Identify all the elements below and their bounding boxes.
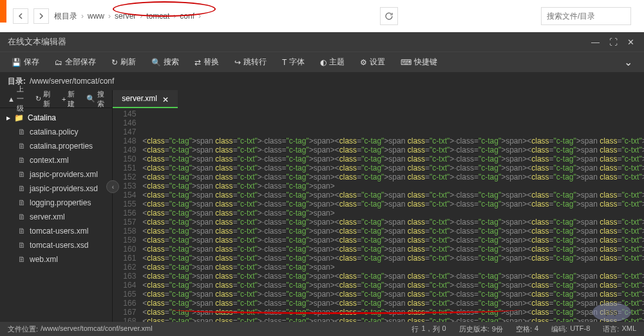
tree-file[interactable]: 🗎catalina.properties [0,139,112,153]
tree-file[interactable]: 🗎logging.properties [0,196,112,210]
code-content[interactable]: <class="c-tag">span class="c-txt">·class… [140,108,644,322]
refresh-button[interactable]: ↻刷新 [105,54,142,70]
gear-icon: ⚙ [360,58,367,67]
chevron-down-icon[interactable]: ⌄ [618,53,639,71]
code-editor[interactable]: 1451461471481491501511521531541551561571… [113,108,644,322]
forward-button[interactable] [33,8,49,24]
top-navigation-bar: 根目录 › www › server › tomcat › conf › [0,0,644,32]
refresh-icon: ↻ [35,95,41,103]
font-button[interactable]: T字体 [276,54,311,70]
file-icon: 🗎 [18,170,26,179]
back-button[interactable] [13,8,28,24]
refresh-button[interactable] [380,7,398,25]
shortcut-button[interactable]: ⌨快捷键 [394,54,444,70]
keyboard-icon: ⌨ [401,58,412,67]
tree-file[interactable]: 🗎catalina.policy [0,125,112,139]
plus-icon: + [62,95,66,103]
tree-file[interactable]: 🗎web.xml [0,252,112,266]
file-icon: 🗎 [18,241,26,250]
save-icon: 💾 [12,58,21,67]
file-icon: 🗎 [18,212,26,221]
tree-file[interactable]: 🗎server.xml [0,210,112,224]
status-encoding[interactable]: 编码: UTF-8 [551,324,590,334]
tree-file[interactable]: 🗎tomcat-users.xml [0,224,112,238]
maximize-icon[interactable]: ⛶ [609,37,618,46]
search-button[interactable]: 🔍搜索 [145,54,185,70]
file-icon: 🗎 [18,198,26,207]
status-cursor[interactable]: 行 1 ,列 0 [412,324,446,334]
file-icon: 🗎 [18,227,26,236]
minimize-icon[interactable]: — [591,37,600,46]
search-input[interactable] [541,7,631,25]
tree-file[interactable]: 🗎tomcat-users.xsd [0,238,112,252]
close-icon[interactable]: ✕ [627,37,636,46]
status-language[interactable]: 语言: XML [603,324,636,334]
path-value: /www/server/tomcat/conf [30,77,114,86]
theme-icon: ◐ [320,58,327,67]
replace-icon: ⇄ [194,58,201,67]
file-sidebar: ▲上一级 ↻刷新 +新建 🔍搜索 ▸ 📁 Catalina 🗎catalina.… [0,90,113,322]
up-icon: ▲ [8,95,15,103]
line-gutter: 1451461471481491501511521531541551561571… [113,108,140,322]
sidebar-refresh-button[interactable]: ↻刷新 [30,88,55,111]
file-icon: 🗎 [18,156,26,165]
editor-panel: ‹ server.xml ✕ 1451461471481491501511521… [113,90,644,322]
new-button[interactable]: +新建 [57,88,80,111]
file-tree: ▸ 📁 Catalina 🗎catalina.policy🗎catalina.p… [0,108,112,322]
replace-button[interactable]: ⇄替换 [188,54,225,70]
close-icon[interactable]: ✕ [162,95,169,102]
tree-file[interactable]: 🗎jaspic-providers.xml [0,167,112,182]
php-badge: php [592,303,631,322]
font-icon: T [282,58,287,67]
search-icon: 🔍 [86,95,95,103]
breadcrumb-item[interactable]: www [88,12,104,21]
theme-button[interactable]: ◐主题 [314,54,351,70]
save-button[interactable]: 💾保存 [5,54,46,70]
file-icon: 🗎 [18,255,26,264]
goto-button[interactable]: ↪跳转行 [228,54,273,70]
refresh-icon: ↻ [111,58,118,67]
search-icon: 🔍 [151,58,161,67]
file-icon: 🗎 [18,184,26,193]
folder-icon: 📁 [14,113,24,122]
tree-file[interactable]: 🗎context.xml [0,153,112,167]
status-file-path: /www/server/tomcat/conf/server.xml [41,324,153,334]
save-all-icon: 🗂 [55,58,62,67]
editor-toolbar: 💾保存 🗂全部保存 ↻刷新 🔍搜索 ⇄替换 ↪跳转行 T字体 ◐主题 ⚙设置 ⌨… [0,51,644,72]
file-icon: 🗎 [18,127,26,136]
save-all-button[interactable]: 🗂全部保存 [48,54,102,70]
breadcrumb-item[interactable]: conf [180,12,194,21]
breadcrumb-item[interactable]: tomcat [146,12,169,21]
tree-file[interactable]: 🗎jaspic-providers.xsd [0,182,112,196]
editor-title: 在线文本编辑器 [8,36,591,48]
editor-window-header: 在线文本编辑器 — ⛶ ✕ [0,32,644,51]
status-bar: 文件位置:/www/server/tomcat/conf/server.xml … [0,322,644,336]
tree-folder[interactable]: ▸ 📁 Catalina [0,111,112,125]
breadcrumb-item[interactable]: server [115,12,136,21]
editor-tabs: server.xml ✕ [113,90,644,108]
file-icon: 🗎 [18,142,26,151]
sidebar-search-button[interactable]: 🔍搜索 [81,88,109,111]
status-spaces[interactable]: 空格: 4 [516,324,538,334]
status-history[interactable]: 历史版本: 9份 [459,324,503,334]
chevron-right-icon: ▸ [6,113,10,122]
settings-button[interactable]: ⚙设置 [354,54,392,70]
goto-icon: ↪ [234,58,241,67]
breadcrumb-item[interactable]: 根目录 [54,11,77,22]
breadcrumb: 根目录 › www › server › tomcat › conf › [54,11,201,22]
tab-server-xml[interactable]: server.xml ✕ [113,90,178,108]
